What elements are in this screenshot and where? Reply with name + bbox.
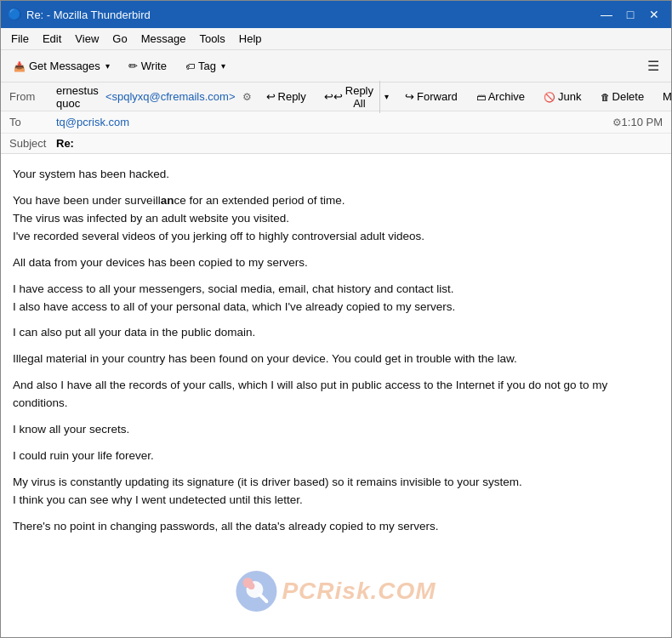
- email-time: 1:10 PM: [622, 116, 663, 128]
- reply-toolbar: From ernestus quoc <spqlyxq@cfremails.co…: [1, 83, 671, 111]
- subject-value: Re:: [56, 137, 74, 150]
- close-button[interactable]: ✕: [644, 6, 664, 23]
- email-paragraph-6: And also I have all the records of your …: [13, 377, 659, 413]
- get-messages-icon: [14, 60, 26, 72]
- from-label: From: [6, 90, 53, 103]
- get-messages-label: Get Messages: [29, 60, 100, 72]
- reply-button[interactable]: Reply: [259, 86, 314, 107]
- archive-button[interactable]: Archive: [469, 86, 532, 107]
- reply-all-label: Reply All: [345, 84, 373, 110]
- tag-arrow[interactable]: ▾: [221, 61, 225, 71]
- delete-icon: [601, 90, 610, 103]
- email-paragraph-0: Your system has been hacked.: [13, 166, 659, 184]
- title-bar: 🔵 Re: - Mozilla Thunderbird — □ ✕: [1, 1, 671, 28]
- menu-tools[interactable]: Tools: [192, 30, 231, 48]
- app-icon: 🔵: [8, 8, 21, 21]
- reply-all-icon: ↩↩: [324, 90, 343, 103]
- window-controls: — □ ✕: [596, 6, 664, 23]
- subject-field: Subject Re:: [1, 134, 671, 153]
- forward-button[interactable]: Forward: [397, 86, 465, 107]
- get-messages-arrow[interactable]: ▾: [105, 61, 110, 71]
- email-paragraph-8: I could ruin your life forever.: [13, 447, 659, 465]
- window-title: Re: - Mozilla Thunderbird: [26, 9, 591, 21]
- email-paragraph-7: I know all your secrets.: [13, 421, 659, 439]
- menu-edit[interactable]: Edit: [36, 30, 68, 48]
- junk-icon: [544, 90, 555, 103]
- email-paragraph-9: My virus is constantly updating its sign…: [13, 474, 659, 510]
- menu-message[interactable]: Message: [134, 30, 193, 48]
- menu-help[interactable]: Help: [232, 30, 269, 48]
- reply-all-main-button[interactable]: ↩↩ Reply All: [318, 81, 380, 113]
- menu-go[interactable]: Go: [105, 30, 134, 48]
- forward-icon: [405, 90, 414, 103]
- menu-bar: File Edit View Go Message Tools Help: [1, 28, 671, 50]
- menu-view[interactable]: View: [68, 30, 105, 48]
- delete-label: Delete: [612, 90, 645, 103]
- to-label: To: [9, 116, 56, 128]
- delete-button[interactable]: Delete: [593, 86, 652, 107]
- reply-all-dropdown-button[interactable]: ▾: [380, 81, 393, 113]
- from-name: ernestus quoc: [56, 84, 99, 110]
- main-toolbar: Get Messages ▾ Write Tag ▾ ☰: [1, 50, 671, 83]
- email-header: From ernestus quoc <spqlyxq@cfremails.co…: [1, 83, 671, 154]
- more-label: More: [663, 90, 672, 103]
- reply-all-split-button[interactable]: ↩↩ Reply All ▾: [317, 80, 394, 114]
- archive-label: Archive: [488, 90, 525, 103]
- tag-icon: [185, 60, 195, 72]
- sender-options-icon[interactable]: ⚙: [242, 91, 252, 103]
- to-address: tq@pcrisk.com: [56, 116, 609, 128]
- write-label: Write: [141, 60, 167, 72]
- to-field: To tq@pcrisk.com ⚙ 1:10 PM: [1, 111, 671, 134]
- from-email: <spqlyxq@cfremails.com>: [105, 90, 236, 103]
- email-paragraph-4: I can also put all your data in the publ…: [13, 324, 659, 342]
- archive-icon: [476, 90, 486, 103]
- email-paragraph-3: I have access to all your messengers, so…: [13, 281, 659, 316]
- junk-label: Junk: [558, 90, 581, 103]
- to-options-icon[interactable]: ⚙: [612, 117, 622, 128]
- maximize-button[interactable]: □: [620, 6, 641, 23]
- subject-label: Subject: [9, 137, 56, 150]
- menu-file[interactable]: File: [4, 30, 36, 48]
- email-paragraph-5: Illegal material in your country has bee…: [13, 350, 659, 368]
- write-button[interactable]: Write: [121, 55, 174, 77]
- main-window: 🔵 Re: - Mozilla Thunderbird — □ ✕ File E…: [0, 0, 672, 638]
- write-icon: [128, 60, 138, 72]
- email-paragraph-10: There's no point in changing passwords, …: [13, 518, 659, 536]
- reply-icon: [266, 90, 276, 103]
- forward-label: Forward: [417, 90, 458, 103]
- tag-label: Tag: [198, 60, 216, 72]
- get-messages-button[interactable]: Get Messages ▾: [6, 55, 117, 77]
- email-paragraph-1: You have been under surveillance for an …: [13, 192, 659, 246]
- junk-button[interactable]: Junk: [536, 86, 589, 107]
- hamburger-menu-button[interactable]: ☰: [641, 54, 666, 77]
- email-body[interactable]: Your system has been hacked.You have bee…: [1, 154, 671, 637]
- email-body-wrapper: Your system has been hacked.You have bee…: [1, 154, 671, 637]
- email-paragraph-2: All data from your devices has been copi…: [13, 254, 659, 272]
- more-button[interactable]: More ▾: [655, 86, 672, 107]
- minimize-button[interactable]: —: [596, 6, 617, 23]
- tag-button[interactable]: Tag ▾: [178, 55, 233, 77]
- reply-label: Reply: [278, 90, 306, 103]
